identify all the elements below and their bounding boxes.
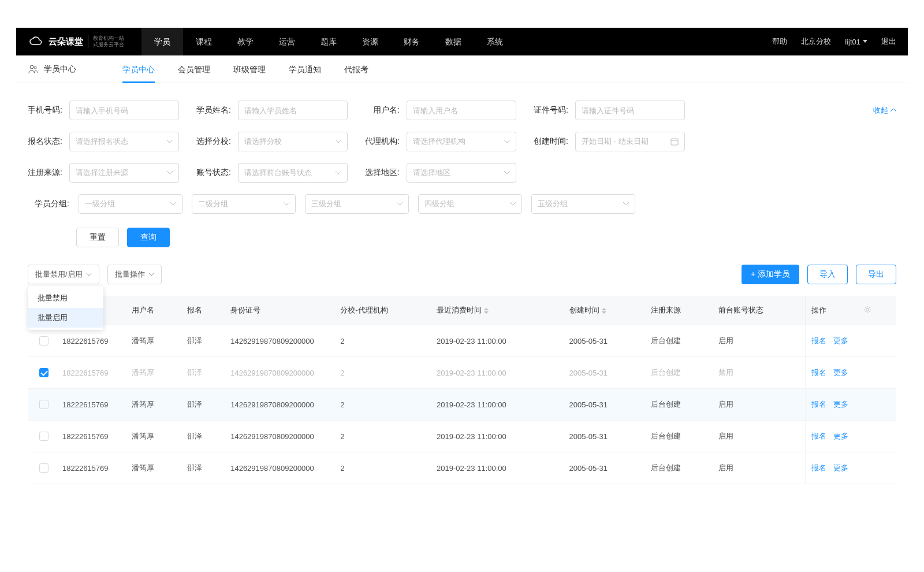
nav-item-6[interactable]: 财务 (391, 28, 433, 55)
sub-tab-1[interactable]: 会员管理 (178, 55, 210, 83)
account-status-label: 账号状态: (196, 168, 231, 178)
batch-dropdown-menu: 批量禁用批量启用 (28, 286, 103, 330)
table-row: 18222615769潘筠厚邵泽142629198708​09200000220… (28, 452, 896, 484)
cell-reg-source: 后台创建 (645, 325, 713, 357)
nav-item-1[interactable]: 课程 (183, 28, 225, 55)
cell-id: 142629198708​09200000 (225, 357, 334, 389)
grouping-level-1[interactable]: 一级分组 (79, 194, 182, 214)
dropdown-item-1[interactable]: 批量启用 (28, 308, 103, 328)
branch-select[interactable]: 请选择分校 (238, 132, 348, 151)
sub-tab-4[interactable]: 代报考 (344, 55, 368, 83)
chevron-down-icon (148, 273, 154, 276)
row-checkbox[interactable] (39, 432, 49, 441)
import-button[interactable]: 导入 (807, 265, 848, 284)
nav-item-3[interactable]: 运营 (266, 28, 308, 55)
cell-last-spend: 2019-02-23 11:00:00 (431, 389, 563, 421)
name-label: 学员姓名: (196, 105, 231, 116)
create-time-range[interactable]: 开始日期 - 结束日期 (575, 132, 685, 151)
enroll-link[interactable]: 报名 (811, 368, 826, 377)
collapse-toggle[interactable]: 收起 (873, 105, 896, 116)
col-last-spend[interactable]: 最近消费时间 (431, 296, 563, 325)
cell-status: 启用 (713, 389, 806, 421)
chevron-down-icon (86, 273, 92, 276)
export-button[interactable]: 导出 (856, 265, 896, 284)
batch-ops-dropdown[interactable]: 批量操作 (107, 265, 162, 284)
grouping-level-2[interactable]: 二级分组 (192, 194, 296, 214)
user-menu[interactable]: lijt01 (845, 38, 867, 46)
nav-item-8[interactable]: 系统 (474, 28, 516, 55)
region-label: 选择地区: (365, 168, 400, 178)
grouping-level-4[interactable]: 四级分组 (418, 194, 522, 214)
table-row: 18222615769潘筠厚邵泽142629198708​09200000220… (28, 325, 896, 357)
calendar-icon (670, 138, 679, 146)
cell-status: 启用 (713, 421, 806, 452)
sub-tabs: 学员中心会员管理班级管理学员通知代报考 (122, 55, 368, 83)
nav-item-7[interactable]: 数据 (433, 28, 474, 55)
cell-phone: 18222615769 (57, 357, 126, 389)
chevron-down-icon (397, 201, 403, 207)
logo: 云朵课堂 教育机构一站 式服务云平台 (28, 35, 124, 48)
phone-input[interactable] (69, 101, 179, 120)
batch-disable-enable-dropdown[interactable]: 批量禁用/启用 批量禁用批量启用 (28, 265, 99, 284)
col-enroll: 报名 (181, 296, 225, 325)
row-checkbox[interactable] (39, 463, 49, 473)
table-row: 18222615769潘筠厚邵泽142629198708​09200000220… (28, 421, 896, 452)
more-link[interactable]: 更多 (833, 432, 848, 440)
cell-id: 142629198708​09200000 (225, 421, 334, 452)
logo-subtitle: 教育机构一站 式服务云平台 (88, 35, 124, 48)
agency-select[interactable]: 请选择代理机构 (407, 132, 516, 151)
enroll-link[interactable]: 报名 (811, 400, 826, 408)
cell-enroll: 邵泽 (181, 452, 225, 484)
cell-status: 启用 (713, 325, 806, 357)
cell-id: 142629198708​09200000 (225, 389, 334, 421)
table-row: 18222615769潘筠厚邵泽142629198708​09200000220… (28, 389, 896, 421)
col-reg-source: 注册来源 (645, 296, 713, 325)
grouping-level-3[interactable]: 三级分组 (305, 194, 409, 214)
username-label: 用户名: (365, 105, 400, 116)
enroll-status-select[interactable]: 请选择报名状态 (69, 132, 179, 151)
col-create-time[interactable]: 创建时间 (564, 296, 645, 325)
branch-selector[interactable]: 北京分校 (801, 36, 831, 47)
account-status-select[interactable]: 请选择前台账号状态 (238, 163, 348, 183)
chevron-down-icon (336, 139, 341, 144)
row-checkbox[interactable] (39, 336, 49, 346)
idnum-input[interactable] (575, 101, 685, 120)
logout-link[interactable]: 退出 (881, 36, 896, 47)
nav-item-4[interactable]: 题库 (308, 28, 349, 55)
help-link[interactable]: 帮助 (772, 36, 787, 47)
enroll-link[interactable]: 报名 (811, 336, 826, 345)
cell-user: 潘筠厚 (126, 325, 181, 357)
cell-enroll: 邵泽 (181, 357, 225, 389)
chevron-down-icon (336, 170, 341, 176)
nav-right: 帮助 北京分校 lijt01 退出 (772, 36, 896, 47)
grouping-level-5[interactable]: 五级分组 (531, 194, 635, 214)
reg-source-select[interactable]: 请选择注册来源 (69, 163, 179, 183)
enroll-status-label: 报名状态: (28, 136, 62, 147)
more-link[interactable]: 更多 (833, 368, 848, 377)
reset-button[interactable]: 重置 (76, 228, 119, 247)
name-input[interactable] (238, 101, 348, 120)
dropdown-item-0[interactable]: 批量禁用 (28, 288, 103, 308)
gear-icon[interactable] (863, 306, 871, 314)
row-checkbox[interactable] (39, 400, 49, 409)
nav-item-2[interactable]: 教学 (225, 28, 266, 55)
sort-icon (484, 308, 489, 314)
more-link[interactable]: 更多 (833, 400, 848, 408)
cell-create-time: 2005-05-31 (564, 452, 645, 484)
nav-item-0[interactable]: 学员 (141, 28, 183, 55)
enroll-link[interactable]: 报名 (811, 432, 826, 440)
username-input[interactable] (407, 101, 516, 120)
search-button[interactable]: 查询 (127, 228, 170, 247)
sub-tab-2[interactable]: 班级管理 (233, 55, 266, 83)
more-link[interactable]: 更多 (833, 463, 848, 472)
sub-tab-0[interactable]: 学员中心 (122, 55, 155, 83)
cell-reg-source: 后台创建 (645, 389, 713, 421)
person-icon (28, 64, 38, 75)
enroll-link[interactable]: 报名 (811, 463, 826, 472)
region-select[interactable]: 请选择地区 (407, 163, 516, 183)
add-student-button[interactable]: + 添加学员 (742, 265, 799, 284)
nav-item-5[interactable]: 资源 (349, 28, 391, 55)
sub-tab-3[interactable]: 学员通知 (289, 55, 321, 83)
row-checkbox[interactable] (39, 368, 49, 377)
more-link[interactable]: 更多 (833, 336, 848, 345)
